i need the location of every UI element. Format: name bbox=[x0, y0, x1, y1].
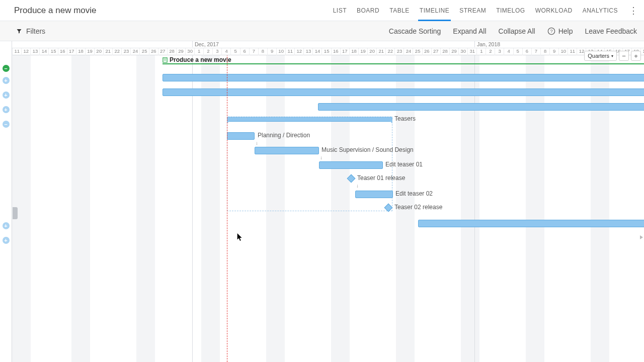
tab-analytics[interactable]: ANALYTICS bbox=[583, 0, 618, 21]
filters-button[interactable]: Filters bbox=[16, 27, 45, 35]
day-label: 14 bbox=[312, 48, 322, 55]
day-label: 5 bbox=[513, 48, 523, 55]
tab-table[interactable]: TABLE bbox=[389, 0, 410, 21]
day-label: 1 bbox=[194, 48, 204, 55]
day-label: 4 bbox=[221, 48, 231, 55]
sidebar-expand-handle[interactable] bbox=[13, 207, 18, 219]
scroll-right-icon[interactable] bbox=[640, 235, 643, 239]
zoom-in-button[interactable]: + bbox=[631, 51, 641, 61]
dependency-arrow: ↓ bbox=[256, 140, 259, 146]
task-bar[interactable] bbox=[163, 74, 644, 81]
day-label: 2 bbox=[486, 48, 495, 55]
task-label: Teaser 02 release bbox=[394, 204, 442, 211]
day-label: 19 bbox=[85, 48, 95, 55]
project-summary-label[interactable]: Produce a new movie bbox=[163, 56, 231, 63]
filters-label: Filters bbox=[26, 27, 45, 35]
task-bar-planning[interactable] bbox=[227, 132, 255, 140]
filter-icon bbox=[16, 28, 22, 34]
tab-list[interactable]: LIST bbox=[333, 0, 347, 21]
day-label: 10 bbox=[276, 48, 286, 55]
day-label: 16 bbox=[58, 48, 67, 55]
task-label: Teasers bbox=[394, 115, 416, 122]
day-label: 30 bbox=[458, 48, 468, 55]
task-bar[interactable] bbox=[418, 220, 644, 227]
tab-timelog[interactable]: TIMELOG bbox=[496, 0, 525, 21]
task-label: Teaser 01 release bbox=[357, 174, 405, 182]
day-label: 13 bbox=[303, 48, 313, 55]
day-label: 11 bbox=[568, 48, 577, 55]
day-label: 23 bbox=[394, 48, 404, 55]
view-tabs: LIST BOARD TABLE TIMELINE STREAM TIMELOG… bbox=[333, 0, 618, 21]
row-gutter bbox=[0, 41, 12, 362]
expand-row-icon[interactable] bbox=[3, 92, 10, 99]
day-label: 5 bbox=[230, 48, 240, 55]
day-label: 8 bbox=[258, 48, 268, 55]
day-label: 28 bbox=[167, 48, 177, 55]
help-icon: ? bbox=[547, 27, 555, 35]
day-label: 22 bbox=[385, 48, 395, 55]
day-label: 6 bbox=[522, 48, 532, 55]
expand-row-icon[interactable] bbox=[3, 106, 10, 113]
day-label: 27 bbox=[158, 48, 168, 55]
task-bar[interactable] bbox=[318, 103, 644, 111]
tab-stream[interactable]: STREAM bbox=[459, 0, 486, 21]
day-label: 16 bbox=[331, 48, 341, 55]
day-label: 2 bbox=[203, 48, 213, 55]
day-label: 3 bbox=[495, 48, 504, 55]
svg-text:?: ? bbox=[550, 29, 552, 34]
month-label: Dec, 2017 bbox=[192, 41, 219, 47]
day-label: 20 bbox=[367, 48, 377, 55]
day-label: 29 bbox=[176, 48, 186, 55]
day-label: 21 bbox=[376, 48, 386, 55]
day-label: 13 bbox=[30, 48, 40, 55]
day-label: 21 bbox=[103, 48, 113, 55]
cascade-sorting-button[interactable]: Cascade Sorting bbox=[389, 27, 441, 35]
day-label: 12 bbox=[294, 48, 304, 55]
task-bar[interactable] bbox=[163, 88, 644, 96]
task-bar-music[interactable] bbox=[255, 147, 319, 154]
project-summary-bar[interactable] bbox=[163, 63, 644, 64]
collapse-row-icon[interactable] bbox=[3, 65, 10, 72]
page-title: Produce a new movie bbox=[14, 6, 96, 16]
day-label: 25 bbox=[413, 48, 422, 55]
collapse-row-icon[interactable] bbox=[3, 121, 10, 128]
help-label: Help bbox=[558, 27, 573, 35]
day-header: 1112131415161718192021222324252627282930… bbox=[12, 48, 644, 55]
project-name: Produce a new movie bbox=[170, 56, 231, 63]
day-label: 3 bbox=[212, 48, 222, 55]
project-icon bbox=[163, 57, 168, 63]
expand-row-icon[interactable] bbox=[3, 237, 10, 244]
toolbar: Filters Cascade Sorting Expand All Colla… bbox=[0, 21, 644, 41]
day-label: 30 bbox=[185, 48, 195, 55]
day-label: 9 bbox=[267, 48, 277, 55]
help-button[interactable]: ? Help bbox=[547, 27, 573, 35]
task-label: Edit teaser 01 bbox=[385, 161, 423, 168]
more-menu-icon[interactable]: ⋮ bbox=[629, 6, 638, 15]
day-label: 14 bbox=[39, 48, 49, 55]
day-label: 23 bbox=[121, 48, 131, 55]
zoom-scale-label: Quarters bbox=[588, 53, 609, 59]
topbar: Produce a new movie LIST BOARD TABLE TIM… bbox=[0, 0, 644, 21]
month-label: Jan, 2018 bbox=[474, 41, 500, 47]
day-label: 11 bbox=[12, 48, 22, 55]
day-label: 25 bbox=[139, 48, 149, 55]
tab-board[interactable]: BOARD bbox=[357, 0, 379, 21]
tab-timeline[interactable]: TIMELINE bbox=[420, 0, 449, 21]
collapse-all-button[interactable]: Collapse All bbox=[499, 27, 535, 35]
day-label: 8 bbox=[540, 48, 550, 55]
zoom-out-button[interactable]: − bbox=[619, 51, 629, 61]
day-label: 4 bbox=[504, 48, 513, 55]
day-label: 26 bbox=[422, 48, 432, 55]
expand-row-icon[interactable] bbox=[3, 77, 10, 84]
tab-workload[interactable]: WORKLOAD bbox=[535, 0, 573, 21]
expand-all-button[interactable]: Expand All bbox=[453, 27, 486, 35]
zoom-scale-select[interactable]: Quarters ▾ bbox=[584, 51, 617, 61]
today-marker bbox=[227, 55, 227, 362]
feedback-button[interactable]: Leave Feedback bbox=[585, 27, 637, 35]
expand-row-icon[interactable] bbox=[3, 222, 10, 229]
day-label: 17 bbox=[340, 48, 350, 55]
task-bar-edit2[interactable] bbox=[355, 191, 393, 198]
task-bar-edit1[interactable] bbox=[319, 161, 383, 169]
task-label: Planning / Direction bbox=[258, 132, 310, 139]
task-label: Edit teaser 02 bbox=[395, 190, 433, 197]
